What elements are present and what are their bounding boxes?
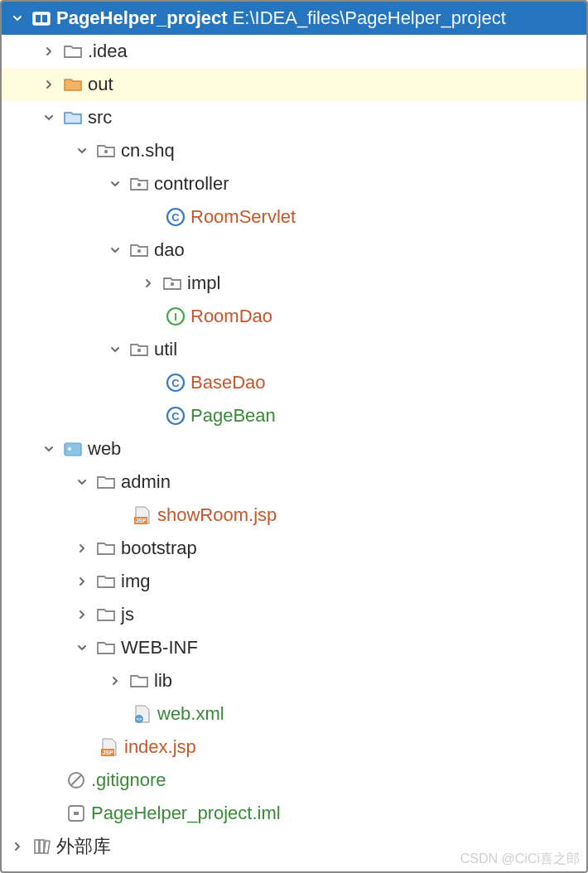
tree-item-gitignore[interactable]: .gitignore (2, 764, 586, 797)
folder-label: src (88, 107, 112, 128)
package-label: cn.shq (121, 140, 175, 162)
project-path: E:\IDEA_files\PageHelper_project (233, 7, 506, 29)
package-label: util (154, 339, 177, 360)
package-label: impl (187, 273, 220, 294)
folder-label: lib (154, 670, 172, 692)
package-label: controller (154, 173, 229, 195)
tree-item-cn-shq[interactable]: cn.shq (2, 134, 586, 167)
folder-label: web (88, 438, 121, 460)
project-name: PageHelper_project (56, 7, 228, 29)
tree-item-showroom-jsp[interactable]: showRoom.jsp (2, 499, 586, 532)
tree-item-room-servlet[interactable]: RoomServlet (2, 200, 586, 234)
tree-item-util[interactable]: util (2, 333, 586, 366)
tree-item-idea[interactable]: .idea (2, 35, 586, 68)
chevron-right-icon[interactable] (75, 607, 89, 622)
chevron-down-icon[interactable] (75, 143, 89, 158)
chevron-down-icon[interactable] (108, 243, 123, 258)
class-label: BaseDao (190, 372, 266, 393)
package-icon (96, 141, 116, 161)
chevron-down-icon[interactable] (75, 475, 89, 490)
chevron-right-icon[interactable] (41, 77, 56, 92)
folder-excluded-icon (63, 75, 83, 94)
chevron-right-icon[interactable] (108, 673, 123, 688)
folder-source-icon (63, 108, 83, 128)
class-label: RoomServlet (190, 206, 296, 228)
folder-icon (63, 41, 83, 61)
tree-item-dao[interactable]: dao (2, 234, 586, 267)
project-icon (31, 8, 51, 28)
chevron-right-icon[interactable] (75, 541, 89, 556)
file-label: PageHelper_project.iml (91, 803, 281, 824)
tree-item-web[interactable]: web (2, 432, 586, 465)
chevron-down-icon[interactable] (41, 110, 56, 125)
class-label: PageBean (190, 405, 276, 427)
library-icon (31, 837, 51, 856)
folder-label: js (121, 604, 134, 625)
tree-item-indexjsp[interactable]: index.jsp (2, 731, 586, 764)
tree-item-src[interactable]: src (2, 101, 586, 134)
folder-icon (96, 605, 116, 625)
jsp-icon (133, 505, 152, 525)
tree-item-page-bean[interactable]: PageBean (2, 399, 586, 432)
folder-label: out (88, 74, 113, 95)
chevron-right-icon[interactable] (141, 276, 156, 291)
chevron-down-icon[interactable] (108, 176, 123, 191)
class-icon (166, 373, 186, 393)
chevron-down-icon[interactable] (108, 342, 123, 357)
folder-label: WEB-INF (121, 637, 198, 658)
tree-item-iml[interactable]: PageHelper_project.iml (2, 797, 586, 830)
tree-item-lib[interactable]: lib (2, 664, 586, 697)
folder-icon (129, 671, 149, 691)
file-label: showRoom.jsp (157, 504, 277, 526)
tree-item-admin[interactable]: admin (2, 465, 586, 499)
iml-icon (66, 803, 86, 823)
folder-label: img (121, 571, 150, 592)
tree-item-webinf[interactable]: WEB-INF (2, 631, 586, 664)
package-icon (129, 240, 149, 260)
file-label: index.jsp (124, 736, 196, 758)
class-icon (166, 406, 186, 426)
chevron-right-icon[interactable] (10, 839, 25, 854)
chevron-down-icon[interactable] (75, 640, 89, 655)
folder-web-icon (63, 439, 83, 459)
tree-item-external-libs[interactable]: 外部库 (2, 830, 586, 863)
folder-label: .idea (88, 41, 128, 62)
package-label: dao (154, 239, 185, 261)
tree-item-bootstrap[interactable]: bootstrap (2, 532, 586, 565)
tree-item-base-dao[interactable]: BaseDao (2, 366, 586, 399)
package-icon (129, 174, 149, 194)
project-root-row[interactable]: PageHelper_project E:\IDEA_files\PageHel… (2, 2, 586, 35)
tree-item-img[interactable]: img (2, 565, 586, 598)
chevron-down-icon[interactable] (41, 441, 56, 456)
folder-icon (96, 538, 116, 558)
tree-item-controller[interactable]: controller (2, 167, 586, 200)
file-label: .gitignore (91, 769, 166, 791)
interface-icon (166, 306, 186, 326)
file-label: web.xml (157, 703, 224, 725)
class-icon (166, 207, 186, 227)
tree-item-js[interactable]: js (2, 598, 586, 631)
interface-label: RoomDao (190, 306, 272, 327)
folder-icon (96, 472, 116, 492)
package-icon (129, 340, 149, 359)
tree-item-webxml[interactable]: web.xml (2, 697, 586, 731)
jsp-icon (99, 737, 119, 757)
external-libs-label: 外部库 (56, 834, 111, 859)
tree-item-out[interactable]: out (2, 68, 586, 101)
folder-label: admin (121, 471, 171, 493)
chevron-right-icon[interactable] (75, 574, 89, 589)
xml-icon (133, 704, 152, 724)
folder-label: bootstrap (121, 538, 197, 559)
ignore-icon (66, 770, 86, 790)
tree-item-room-dao[interactable]: RoomDao (2, 300, 586, 333)
folder-icon (96, 638, 116, 658)
folder-icon (96, 572, 116, 591)
chevron-down-icon[interactable] (10, 11, 25, 26)
chevron-right-icon[interactable] (41, 44, 56, 59)
package-icon (162, 273, 182, 293)
tree-item-impl[interactable]: impl (2, 267, 586, 300)
